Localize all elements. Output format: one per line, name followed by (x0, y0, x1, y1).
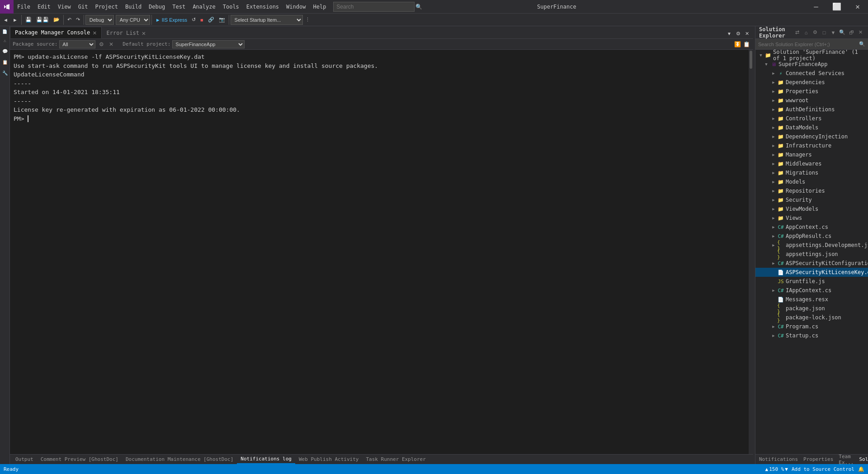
se-item-infrastructure[interactable]: ▶ 📁 Infrastructure (755, 141, 868, 150)
console-copy-btn[interactable]: 📋 (742, 40, 750, 48)
tab-notifications-log[interactable]: Notifications log (237, 455, 295, 464)
se-item-program[interactable]: ▶ C# Program.cs (755, 322, 868, 331)
console-scrollbar[interactable] (749, 50, 753, 454)
se-item-controllers[interactable]: ▶ 📁 Controllers (755, 114, 868, 123)
menu-window[interactable]: Window (283, 0, 309, 13)
se-item-iappcontext[interactable]: ▶ C# IAppContext.cs (755, 286, 868, 295)
se-item-asklicense[interactable]: 📄 ASPSecurityKitLicenseKey.dat (755, 268, 868, 277)
se-item-appcontext[interactable]: ▶ C# AppContext.cs (755, 223, 868, 232)
se-tab-notifications[interactable]: Notifications (756, 455, 801, 464)
se-item-models[interactable]: ▶ 📁 Models (755, 177, 868, 186)
toolbar-open-btn[interactable]: 📂 (51, 15, 62, 25)
se-item-dependencies[interactable]: ▶ 📁 Dependencies (755, 78, 868, 87)
console-settings-btn[interactable]: ⚙ (734, 28, 743, 38)
se-item-askconfig[interactable]: ▶ C# ASPSecurityKitConfiguration.cs (755, 259, 868, 268)
menu-help[interactable]: Help (309, 0, 330, 13)
tab-package-manager[interactable]: Package Manager Console ✕ (10, 27, 102, 38)
se-preview-btn[interactable]: □ (820, 28, 828, 37)
se-item-appsettings-dev[interactable]: ▶ { } appsettings.Development.json (755, 241, 868, 250)
menu-project[interactable]: Project (91, 0, 122, 13)
se-item-viewmodels[interactable]: ▶ 📁 ViewModels (755, 204, 868, 213)
se-properties-btn[interactable]: ⚙ (811, 28, 819, 37)
screenshot-btn[interactable]: 📷 (217, 15, 227, 25)
se-item-wwwroot[interactable]: ▶ 📁 wwwroot (755, 96, 868, 105)
default-project-select[interactable]: SuperFinanceApp (172, 40, 245, 48)
se-item-depinj[interactable]: ▶ 📁 DependencyInjection (755, 132, 868, 141)
statusbar-zoom[interactable]: ▲ 150 % ▼ (765, 466, 788, 472)
tab-error-list[interactable]: Error List ✕ (102, 27, 151, 38)
toolbar-save-btn[interactable]: 💾 (23, 15, 34, 25)
tab-comment-preview[interactable]: Comment Preview [GhostDoc] (37, 455, 122, 464)
toolbar-undo-btn[interactable]: ↶ (65, 15, 74, 25)
run-btn[interactable]: ► IIS Express (153, 15, 189, 25)
se-item-views[interactable]: ▶ 📁 Views (755, 213, 868, 223)
attach-btn[interactable]: 🔗 (206, 15, 217, 25)
se-item-package-json[interactable]: { } package.json (755, 304, 868, 313)
tab-web-publish[interactable]: Web Publish Activity (295, 455, 362, 464)
menu-tools[interactable]: Tools (219, 0, 243, 13)
menu-view[interactable]: View (54, 0, 75, 13)
package-source-select[interactable]: All (59, 40, 95, 48)
sidebar-icon-5[interactable]: 🔧 (0, 68, 9, 77)
toolbar-saveall-btn[interactable]: 💾💾 (34, 15, 51, 25)
se-item-appsettings[interactable]: { } appsettings.json (755, 250, 868, 259)
se-item-managers[interactable]: ▶ 📁 Managers (755, 150, 868, 159)
se-item-properties[interactable]: ▶ 📁 Properties (755, 87, 868, 96)
statusbar-ready[interactable]: Ready (4, 466, 19, 472)
tab-documentation-maintenance[interactable]: Documentation Maintenance [GhostDoc] (122, 455, 237, 464)
title-search-input[interactable] (333, 2, 415, 12)
se-search-btn[interactable]: 🔍 (838, 28, 846, 37)
se-item-migrations[interactable]: ▶ 📁 Migrations (755, 168, 868, 177)
menu-file[interactable]: File (14, 0, 34, 13)
se-item-package-lock[interactable]: { } package-lock.json (755, 313, 868, 322)
toolbar-back-btn[interactable]: ◄ (1, 15, 10, 25)
tab-output[interactable]: Output (12, 455, 37, 464)
menu-extensions[interactable]: Extensions (243, 0, 283, 13)
se-search-input[interactable] (758, 42, 859, 47)
platform-dropdown[interactable]: Any CPU (116, 15, 150, 25)
console-close-btn[interactable]: ✕ (743, 28, 751, 38)
se-item-connected-services[interactable]: ▶ ⚡ Connected Services (755, 69, 868, 78)
sidebar-icon-4[interactable]: 📋 (0, 57, 9, 66)
se-item-messages[interactable]: 📄 Messages.resx (755, 295, 868, 304)
se-filter-btn[interactable]: ▼ (829, 28, 837, 37)
statusbar-add-source-control[interactable]: Add to Source Control (792, 466, 854, 472)
stop-btn[interactable]: ■ (198, 15, 206, 25)
se-sync-btn[interactable]: ⇄ (793, 28, 801, 37)
maximize-button[interactable]: ⬜ (826, 0, 847, 14)
menu-analyze[interactable]: Analyze (189, 0, 219, 13)
minimize-button[interactable]: — (806, 0, 826, 14)
startup-dropdown[interactable]: Select Startup Item... (231, 15, 303, 25)
se-item-startup[interactable]: ▶ C# Startup.cs (755, 331, 868, 340)
close-button[interactable]: ✕ (847, 0, 868, 14)
se-item-gruntfile[interactable]: JS Gruntfile.js (755, 277, 868, 286)
menu-edit[interactable]: Edit (34, 0, 54, 13)
se-tab-properties[interactable]: Properties (801, 455, 836, 464)
se-item-security[interactable]: ▶ 📁 Security (755, 195, 868, 204)
tab-error-list-close[interactable]: ✕ (142, 29, 146, 37)
console-scroll-to-end[interactable]: ⏬ (733, 40, 741, 48)
se-solution-item[interactable]: ▼ 📁 Solution 'SuperFinance' (1 of 1 proj… (755, 51, 868, 60)
se-close-btn[interactable]: ✕ (856, 28, 864, 37)
se-tab-teamex[interactable]: Team Ex... (836, 455, 856, 464)
console-output[interactable]: PM> update-askLicense -lf ASPSecurityKit… (10, 50, 749, 454)
toolbar-fwd-btn[interactable]: ► (10, 15, 20, 25)
se-item-authdefs[interactable]: ▶ 📁 AuthDefinitions (755, 105, 868, 114)
se-tab-solution[interactable]: Solutio... (856, 455, 868, 464)
console-settings-icon[interactable]: ⚙ (97, 40, 105, 48)
se-float-btn[interactable]: 🗗 (847, 28, 855, 37)
sidebar-icon-2[interactable]: ⚠ (0, 36, 9, 45)
menu-test[interactable]: Test (169, 0, 189, 13)
tab-package-manager-close[interactable]: ✕ (93, 29, 96, 36)
restart-btn[interactable]: ↺ (189, 15, 198, 25)
sidebar-icon-3[interactable]: 💬 (0, 47, 9, 56)
more-toolbar-btn[interactable]: ⋮ (303, 15, 312, 25)
se-home-btn[interactable]: ⌂ (802, 28, 810, 37)
statusbar-notifications[interactable]: 🔔 (858, 466, 864, 472)
debug-config-dropdown[interactable]: Debug (85, 15, 114, 25)
tab-task-runner[interactable]: Task Runner Explorer (362, 455, 429, 464)
se-item-middlewares[interactable]: ▶ 📁 Middlewares (755, 159, 868, 168)
console-clear-btn[interactable]: ✕ (107, 40, 115, 48)
menu-git[interactable]: Git (75, 0, 92, 13)
se-item-appopresult[interactable]: ▶ C# AppOpResult.cs (755, 232, 868, 241)
